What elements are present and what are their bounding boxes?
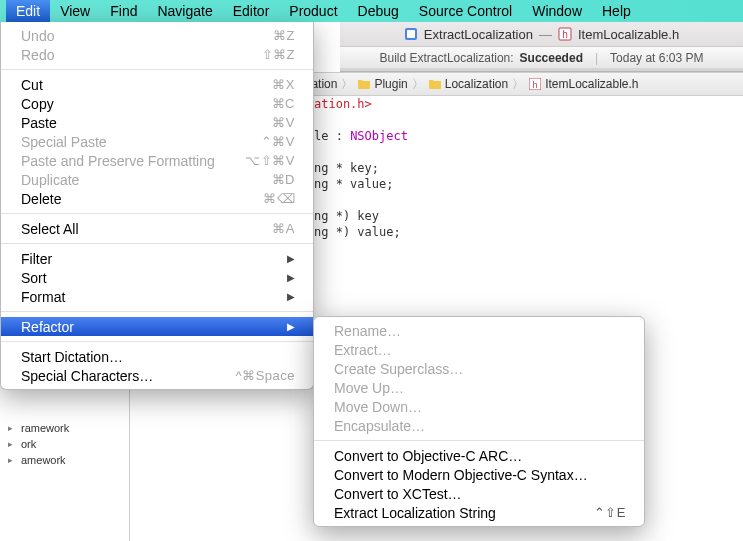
list-item[interactable]: ▸amework bbox=[0, 452, 129, 468]
menubar-item-view[interactable]: View bbox=[50, 0, 100, 22]
breadcrumb-label: ItemLocalizable.h bbox=[545, 77, 638, 91]
status-divider: | bbox=[589, 51, 604, 65]
menu-item-label: Sort bbox=[21, 270, 47, 286]
menu-item-select-all[interactable]: Select All⌘A bbox=[1, 219, 313, 238]
submenu-item-rename[interactable]: Rename… bbox=[314, 321, 644, 340]
menu-item-cut[interactable]: Cut⌘X bbox=[1, 75, 313, 94]
window-title-project: ExtractLocalization bbox=[424, 27, 533, 42]
keyboard-shortcut: ⇧⌘Z bbox=[262, 47, 295, 62]
build-status-prefix: Build ExtractLocalization: bbox=[380, 51, 514, 65]
build-status-bar: Build ExtractLocalization: Succeeded | T… bbox=[340, 46, 743, 68]
breadcrumb-item[interactable]: Plugin bbox=[357, 77, 407, 91]
breadcrumb-label: Plugin bbox=[374, 77, 407, 91]
submenu-item-convert-to-objective-c-arc[interactable]: Convert to Objective-C ARC… bbox=[314, 446, 644, 465]
menu-item-filter[interactable]: Filter▶ bbox=[1, 249, 313, 268]
menu-item-delete[interactable]: Delete⌘⌫ bbox=[1, 189, 313, 208]
menu-item-label: Cut bbox=[21, 77, 43, 93]
folder-label: ramework bbox=[21, 422, 69, 434]
svg-text:h: h bbox=[562, 29, 568, 40]
menu-item-label: Create Superclass… bbox=[334, 361, 463, 377]
menu-item-refactor[interactable]: Refactor▶ bbox=[1, 317, 313, 336]
menubar-item-debug[interactable]: Debug bbox=[348, 0, 409, 22]
keyboard-shortcut: ⌘⌫ bbox=[263, 191, 295, 206]
folder-label: ork bbox=[21, 438, 36, 450]
menu-item-label: Start Dictation… bbox=[21, 349, 123, 365]
folder-icon bbox=[357, 77, 371, 91]
list-item[interactable]: ▸ork bbox=[0, 436, 129, 452]
menu-item-start-dictation[interactable]: Start Dictation… bbox=[1, 347, 313, 366]
menu-item-copy[interactable]: Copy⌘C bbox=[1, 94, 313, 113]
menu-item-label: Redo bbox=[21, 47, 54, 63]
menu-item-label: Move Up… bbox=[334, 380, 404, 396]
window-title-separator: — bbox=[539, 27, 552, 42]
menu-item-duplicate[interactable]: Duplicate⌘D bbox=[1, 170, 313, 189]
menubar-item-help[interactable]: Help bbox=[592, 0, 641, 22]
submenu-item-extract[interactable]: Extract… bbox=[314, 340, 644, 359]
menu-item-undo[interactable]: Undo⌘Z bbox=[1, 26, 313, 45]
submenu-arrow-icon: ▶ bbox=[287, 253, 295, 264]
submenu-item-move-up[interactable]: Move Up… bbox=[314, 378, 644, 397]
menu-item-label: Delete bbox=[21, 191, 61, 207]
menu-item-label: Format bbox=[21, 289, 65, 305]
submenu-item-encapsulate[interactable]: Encapsulate… bbox=[314, 416, 644, 435]
menu-item-label: Convert to Modern Objective-C Syntax… bbox=[334, 467, 588, 483]
disclosure-triangle-icon[interactable]: ▸ bbox=[8, 439, 17, 449]
keyboard-shortcut: ⌃⇧E bbox=[594, 505, 626, 520]
menu-item-paste[interactable]: Paste⌘V bbox=[1, 113, 313, 132]
svg-text:h: h bbox=[533, 80, 538, 90]
project-navigator[interactable]: ▸ramework ▸ork ▸amework bbox=[0, 380, 130, 541]
keyboard-shortcut: ⌘X bbox=[272, 77, 295, 92]
chevron-right-icon: 〉 bbox=[508, 76, 528, 93]
submenu-item-convert-to-modern-objective-c-syntax[interactable]: Convert to Modern Objective-C Syntax… bbox=[314, 465, 644, 484]
submenu-arrow-icon: ▶ bbox=[287, 291, 295, 302]
folder-label: amework bbox=[21, 454, 66, 466]
code-line: ng * key; bbox=[314, 161, 379, 175]
disclosure-triangle-icon[interactable]: ▸ bbox=[8, 423, 17, 433]
menu-item-label: Paste bbox=[21, 115, 57, 131]
menu-item-label: Extract Localization String bbox=[334, 505, 496, 521]
window-title-file: ItemLocalizable.h bbox=[578, 27, 679, 42]
menu-item-format[interactable]: Format▶ bbox=[1, 287, 313, 306]
build-status-time: Today at 6:03 PM bbox=[610, 51, 703, 65]
list-item[interactable]: ▸ramework bbox=[0, 420, 129, 436]
chevron-right-icon: 〉 bbox=[337, 76, 357, 93]
menubar-item-source-control[interactable]: Source Control bbox=[409, 0, 522, 22]
menu-separator bbox=[1, 213, 313, 214]
menubar-item-product[interactable]: Product bbox=[279, 0, 347, 22]
menu-item-label: Convert to XCTest… bbox=[334, 486, 462, 502]
menu-item-label: Move Down… bbox=[334, 399, 422, 415]
menu-item-label: Refactor bbox=[21, 319, 74, 335]
submenu-item-move-down[interactable]: Move Down… bbox=[314, 397, 644, 416]
menu-item-label: Undo bbox=[21, 28, 54, 44]
menu-item-paste-and-preserve-formatting[interactable]: Paste and Preserve Formatting⌥⇧⌘V bbox=[1, 151, 313, 170]
submenu-item-create-superclass[interactable]: Create Superclass… bbox=[314, 359, 644, 378]
menu-separator bbox=[1, 243, 313, 244]
menu-item-label: Extract… bbox=[334, 342, 392, 358]
submenu-item-extract-localization-string[interactable]: Extract Localization String⌃⇧E bbox=[314, 503, 644, 522]
disclosure-triangle-icon[interactable]: ▸ bbox=[8, 455, 17, 465]
keyboard-shortcut: ⌘D bbox=[272, 172, 295, 187]
menu-item-label: Select All bbox=[21, 221, 79, 237]
code-line: ng *) value; bbox=[314, 225, 401, 239]
menu-separator bbox=[1, 341, 313, 342]
code-class: NSObject bbox=[350, 129, 408, 143]
menu-item-label: Special Paste bbox=[21, 134, 107, 150]
submenu-item-convert-to-xctest[interactable]: Convert to XCTest… bbox=[314, 484, 644, 503]
menu-item-redo[interactable]: Redo⇧⌘Z bbox=[1, 45, 313, 64]
app-icon bbox=[404, 27, 418, 41]
chevron-right-icon: 〉 bbox=[408, 76, 428, 93]
menu-item-special-characters[interactable]: Special Characters…^⌘Space bbox=[1, 366, 313, 385]
menubar-item-navigate[interactable]: Navigate bbox=[147, 0, 222, 22]
menu-item-label: Convert to Objective-C ARC… bbox=[334, 448, 522, 464]
breadcrumb-item[interactable]: Localization bbox=[428, 77, 508, 91]
menu-item-label: Rename… bbox=[334, 323, 401, 339]
menu-item-sort[interactable]: Sort▶ bbox=[1, 268, 313, 287]
menu-separator bbox=[1, 311, 313, 312]
menu-item-label: Copy bbox=[21, 96, 54, 112]
menubar-item-editor[interactable]: Editor bbox=[223, 0, 280, 22]
menu-item-special-paste[interactable]: Special Paste⌃⌘V bbox=[1, 132, 313, 151]
menubar-item-window[interactable]: Window bbox=[522, 0, 592, 22]
breadcrumb-item[interactable]: h ItemLocalizable.h bbox=[528, 77, 638, 91]
menubar-item-edit[interactable]: Edit bbox=[6, 0, 50, 22]
menubar-item-find[interactable]: Find bbox=[100, 0, 147, 22]
